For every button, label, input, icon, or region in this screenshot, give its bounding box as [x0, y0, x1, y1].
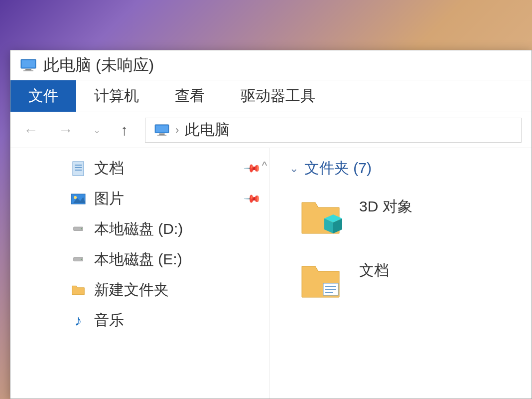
- titlebar: 此电脑 (未响应): [10, 50, 532, 80]
- breadcrumb-location[interactable]: 此电脑: [185, 120, 230, 140]
- pictures-icon: [70, 191, 86, 207]
- chevron-down-icon: ⌄: [289, 162, 298, 175]
- svg-rect-7: [157, 135, 166, 136]
- breadcrumb-separator-icon: ›: [175, 124, 179, 137]
- breadcrumb[interactable]: › 此电脑: [145, 118, 522, 143]
- menu-view[interactable]: 查看: [157, 80, 223, 112]
- sidebar-item-label: 文档: [94, 158, 124, 179]
- collapse-caret-icon[interactable]: ^: [262, 159, 267, 172]
- sidebar-item-documents[interactable]: 文档 📌 ^: [10, 153, 269, 184]
- folder-item-documents[interactable]: 文档: [284, 254, 517, 318]
- pin-icon: 📌: [243, 159, 262, 178]
- folder-label: 3D 对象: [359, 197, 412, 217]
- content-pane: ⌄ 文件夹 (7) 3D 对象: [269, 148, 532, 399]
- body-area: 文档 📌 ^ 图片 📌: [10, 148, 532, 399]
- menu-file[interactable]: 文件: [10, 80, 76, 112]
- folder-item-3d-objects[interactable]: 3D 对象: [284, 191, 517, 254]
- pin-icon: 📌: [243, 190, 262, 208]
- sidebar: 文档 📌 ^ 图片 📌: [10, 148, 269, 399]
- svg-point-16: [81, 228, 82, 229]
- svg-point-13: [74, 196, 77, 199]
- navbar: ← → ⌄ ↑ › 此电脑: [10, 112, 532, 148]
- svg-rect-3: [23, 70, 33, 71]
- 3d-objects-icon: [299, 195, 344, 239]
- folder-group-header[interactable]: ⌄ 文件夹 (7): [289, 158, 517, 179]
- nav-up-icon[interactable]: ↑: [118, 122, 131, 139]
- svg-rect-1: [22, 60, 35, 67]
- svg-rect-2: [25, 69, 31, 70]
- menu-drive-tools[interactable]: 驱动器工具: [223, 80, 333, 112]
- drive-icon: [70, 252, 86, 268]
- sidebar-item-label: 本地磁盘 (E:): [94, 249, 182, 270]
- sidebar-item-new-folder[interactable]: 新建文件夹: [10, 275, 269, 305]
- documents-folder-icon: [299, 258, 344, 303]
- nav-back-icon[interactable]: ←: [20, 122, 41, 139]
- sidebar-item-label: 图片: [94, 189, 124, 209]
- sidebar-item-label: 音乐: [94, 310, 124, 331]
- sidebar-item-pictures[interactable]: 图片 📌: [10, 184, 269, 214]
- svg-rect-6: [159, 133, 164, 135]
- svg-point-18: [81, 258, 82, 259]
- nav-forward-icon[interactable]: →: [55, 122, 76, 139]
- breadcrumb-this-pc-icon: [154, 124, 169, 136]
- sidebar-item-disk-d[interactable]: 本地磁盘 (D:): [10, 214, 269, 244]
- explorer-window: 此电脑 (未响应) 文件 计算机 查看 驱动器工具 ← → ⌄ ↑ › 此电脑: [10, 50, 532, 399]
- sidebar-item-label: 新建文件夹: [94, 280, 169, 300]
- sidebar-item-disk-e[interactable]: 本地磁盘 (E:): [10, 244, 269, 275]
- this-pc-icon: [20, 59, 36, 72]
- window-title: 此电脑 (未响应): [43, 54, 154, 76]
- nav-recent-dropdown-icon[interactable]: ⌄: [90, 125, 104, 136]
- folder-icon: [70, 282, 86, 298]
- svg-rect-5: [156, 125, 168, 132]
- sidebar-item-music[interactable]: ♪ 音乐: [10, 305, 269, 336]
- menubar: 文件 计算机 查看 驱动器工具: [10, 80, 532, 112]
- svg-rect-8: [73, 162, 84, 176]
- menu-computer[interactable]: 计算机: [76, 80, 157, 112]
- document-icon: [70, 161, 86, 177]
- music-icon: ♪: [70, 313, 86, 329]
- group-header-label: 文件夹 (7): [304, 158, 372, 179]
- sidebar-item-label: 本地磁盘 (D:): [94, 219, 183, 239]
- folder-label: 文档: [359, 260, 389, 281]
- drive-icon: [70, 221, 86, 237]
